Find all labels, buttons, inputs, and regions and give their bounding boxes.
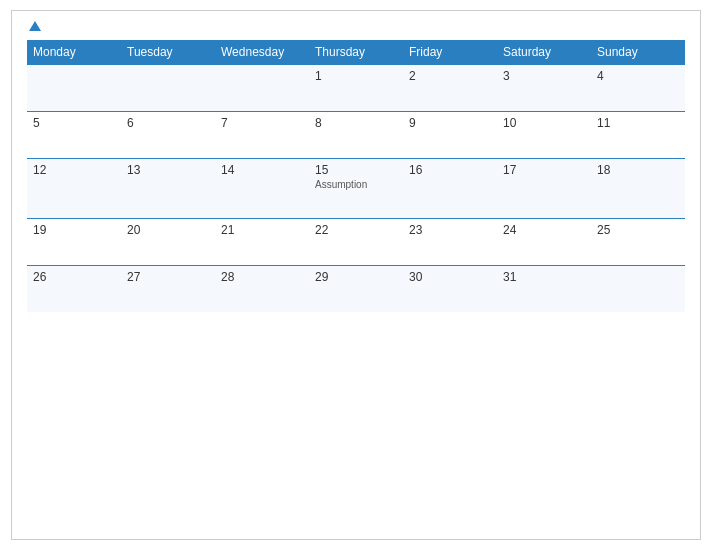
day-number: 12 xyxy=(33,163,115,177)
calendar-cell: 2 xyxy=(403,65,497,112)
calendar-cell: 7 xyxy=(215,112,309,159)
day-number: 20 xyxy=(127,223,209,237)
calendar-table: MondayTuesdayWednesdayThursdayFridaySatu… xyxy=(27,40,685,312)
weekday-header-friday: Friday xyxy=(403,40,497,65)
calendar-header xyxy=(27,21,685,32)
calendar-cell: 14 xyxy=(215,159,309,219)
day-number: 2 xyxy=(409,69,491,83)
calendar-cell: 23 xyxy=(403,219,497,266)
calendar-cell: 6 xyxy=(121,112,215,159)
calendar-cell: 18 xyxy=(591,159,685,219)
calendar-cell: 15Assumption xyxy=(309,159,403,219)
day-number: 5 xyxy=(33,116,115,130)
calendar-cell: 13 xyxy=(121,159,215,219)
day-number: 1 xyxy=(315,69,397,83)
day-number: 15 xyxy=(315,163,397,177)
weekday-header-tuesday: Tuesday xyxy=(121,40,215,65)
day-number: 21 xyxy=(221,223,303,237)
day-number: 29 xyxy=(315,270,397,284)
logo-triangle-icon xyxy=(29,21,41,31)
calendar-cell: 26 xyxy=(27,266,121,313)
calendar-cell: 19 xyxy=(27,219,121,266)
weekday-header-thursday: Thursday xyxy=(309,40,403,65)
logo xyxy=(27,21,41,32)
calendar-cell: 1 xyxy=(309,65,403,112)
day-number: 31 xyxy=(503,270,585,284)
day-number: 13 xyxy=(127,163,209,177)
weekday-header-row: MondayTuesdayWednesdayThursdayFridaySatu… xyxy=(27,40,685,65)
day-number: 23 xyxy=(409,223,491,237)
calendar-cell: 31 xyxy=(497,266,591,313)
weekday-header-monday: Monday xyxy=(27,40,121,65)
calendar-cell: 17 xyxy=(497,159,591,219)
day-number: 30 xyxy=(409,270,491,284)
calendar-cell: 30 xyxy=(403,266,497,313)
calendar-cell xyxy=(591,266,685,313)
calendar-wrapper: MondayTuesdayWednesdayThursdayFridaySatu… xyxy=(11,10,701,540)
calendar-cell: 27 xyxy=(121,266,215,313)
day-number: 9 xyxy=(409,116,491,130)
calendar-cell: 12 xyxy=(27,159,121,219)
day-number: 19 xyxy=(33,223,115,237)
calendar-week-row: 262728293031 xyxy=(27,266,685,313)
day-number: 7 xyxy=(221,116,303,130)
calendar-week-row: 567891011 xyxy=(27,112,685,159)
day-number: 16 xyxy=(409,163,491,177)
day-number: 8 xyxy=(315,116,397,130)
day-number: 3 xyxy=(503,69,585,83)
calendar-cell: 9 xyxy=(403,112,497,159)
calendar-cell: 11 xyxy=(591,112,685,159)
day-number: 18 xyxy=(597,163,679,177)
day-number: 26 xyxy=(33,270,115,284)
day-number: 22 xyxy=(315,223,397,237)
calendar-cell: 3 xyxy=(497,65,591,112)
calendar-week-row: 12131415Assumption161718 xyxy=(27,159,685,219)
calendar-week-row: 19202122232425 xyxy=(27,219,685,266)
day-number: 10 xyxy=(503,116,585,130)
calendar-cell: 25 xyxy=(591,219,685,266)
calendar-cell xyxy=(121,65,215,112)
calendar-cell: 28 xyxy=(215,266,309,313)
day-number: 4 xyxy=(597,69,679,83)
day-number: 27 xyxy=(127,270,209,284)
calendar-cell: 24 xyxy=(497,219,591,266)
day-number: 25 xyxy=(597,223,679,237)
calendar-cell: 22 xyxy=(309,219,403,266)
calendar-cell: 4 xyxy=(591,65,685,112)
day-number: 24 xyxy=(503,223,585,237)
calendar-cell: 10 xyxy=(497,112,591,159)
weekday-header-wednesday: Wednesday xyxy=(215,40,309,65)
day-number: 11 xyxy=(597,116,679,130)
calendar-cell xyxy=(215,65,309,112)
calendar-cell: 5 xyxy=(27,112,121,159)
day-number: 14 xyxy=(221,163,303,177)
day-number: 28 xyxy=(221,270,303,284)
holiday-label: Assumption xyxy=(315,179,397,190)
calendar-week-row: 1234 xyxy=(27,65,685,112)
calendar-cell: 29 xyxy=(309,266,403,313)
calendar-cell: 20 xyxy=(121,219,215,266)
weekday-header-sunday: Sunday xyxy=(591,40,685,65)
calendar-cell: 8 xyxy=(309,112,403,159)
weekday-header-saturday: Saturday xyxy=(497,40,591,65)
calendar-cell: 16 xyxy=(403,159,497,219)
day-number: 6 xyxy=(127,116,209,130)
calendar-cell: 21 xyxy=(215,219,309,266)
day-number: 17 xyxy=(503,163,585,177)
calendar-cell xyxy=(27,65,121,112)
